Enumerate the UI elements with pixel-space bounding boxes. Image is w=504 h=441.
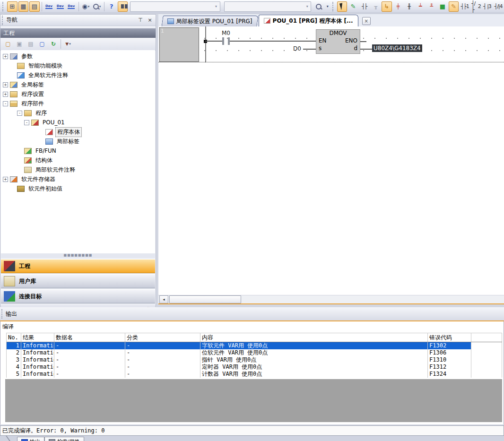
tree-item-local-label[interactable]: 局部标签: [1, 137, 155, 146]
nav-button-user-library[interactable]: 用户库: [1, 274, 155, 288]
work-window-button[interactable]: ▤: [29, 1, 40, 12]
monitor-mode-button[interactable]: ╥: [370, 1, 381, 12]
tree-item-parameters[interactable]: +参数: [1, 52, 155, 61]
tree-item-pou[interactable]: -程序部件: [1, 99, 155, 108]
read-mode-button[interactable]: ┤├: [359, 1, 370, 12]
tab-program-body[interactable]: POU_01 [PRG] 程序本体 [...: [259, 15, 358, 26]
tree-item-fb-fun[interactable]: FB/FUN: [1, 146, 155, 156]
toolbar-grip[interactable]: [2, 2, 5, 11]
tree-item-program-body[interactable]: 程序本体: [1, 127, 155, 137]
tab-close-button[interactable]: ×: [362, 17, 371, 25]
tab-local-label-setting[interactable]: 局部标签设置 POU_01 [PRG]: [161, 16, 258, 26]
find-button[interactable]: [118, 1, 128, 12]
wire-mode-button[interactable]: ↳: [382, 1, 392, 12]
open-contact-symbol[interactable]: [228, 37, 230, 45]
col-error-code[interactable]: 错误代码: [428, 333, 471, 342]
close-branch-button[interactable]: ┤/|4: [493, 1, 504, 12]
expand-icon[interactable]: -: [3, 101, 8, 106]
tree-item-intelligent-module[interactable]: 智能功能模块: [1, 61, 155, 70]
tree-item-global-label[interactable]: +全局标签: [1, 80, 155, 89]
tree-item-local-device-comment[interactable]: 局部软元件注释: [1, 165, 155, 174]
tree-item-program[interactable]: -程序: [1, 108, 155, 118]
document-find-button[interactable]: [313, 1, 324, 12]
destination-operand-selected[interactable]: U80Z4\G4183Z4: [372, 44, 422, 52]
expand-icon[interactable]: +: [3, 92, 8, 97]
device-find-button[interactable]: ▾: [92, 1, 102, 12]
device-memory-button[interactable]: Dev: [55, 1, 65, 12]
expand-icon[interactable]: +: [3, 54, 8, 59]
tree-item-device-initial[interactable]: 软元件初始值: [1, 184, 155, 193]
function-block-dmov[interactable]: DMOV ENENO sd: [316, 29, 360, 54]
select-mode-button[interactable]: [337, 1, 348, 12]
scroll-left-button[interactable]: ◂: [159, 295, 168, 303]
nav-button-project[interactable]: 工程: [1, 259, 155, 273]
col-content[interactable]: 内容: [200, 333, 428, 342]
statement-edit-button[interactable]: ✎: [449, 1, 459, 12]
device-comment-button[interactable]: Dev: [44, 1, 54, 12]
col-category[interactable]: 分类: [125, 333, 200, 342]
ladder-editor[interactable]: 1 M0 DMOV ENENO sd D0 U80Z4\G4183Z4: [158, 26, 504, 294]
device-comment-edit-button[interactable]: ■: [437, 1, 448, 12]
insert-vline-button[interactable]: ╫: [404, 1, 414, 12]
close-contact-button[interactable]: ┤/├2: [471, 1, 481, 12]
tree-item-device-memory[interactable]: +软元件存储器: [1, 174, 155, 184]
panel-splitter[interactable]: ■■■■■■■■: [1, 253, 155, 258]
search-combo-2[interactable]: ▾: [224, 1, 312, 12]
col-result[interactable]: 结果: [21, 333, 54, 342]
dock-tab-find-replace[interactable]: 检索/替换: [44, 437, 84, 441]
paste-button[interactable]: ▤: [26, 39, 36, 49]
sort-filter-button[interactable]: ▼▾: [63, 39, 73, 49]
expand-icon[interactable]: -: [17, 111, 22, 116]
table-row[interactable]: 1 Information - - 字软元件 VAR用 使用0点 F1302: [7, 342, 502, 349]
new-data-button[interactable]: ▢: [3, 39, 13, 49]
edit-mode-button[interactable]: ✎: [348, 1, 358, 12]
dock-tab-output[interactable]: 输出: [17, 437, 44, 441]
panel-grip[interactable]: [2, 16, 5, 25]
search-combo-1[interactable]: ▾: [130, 1, 220, 12]
table-row[interactable]: 3 Information - - 指针 VAR用 使用0点 F1310: [7, 356, 502, 363]
combo-arrow-icon[interactable]: ▾: [213, 2, 220, 11]
table-row[interactable]: 4 Information - - 定时器 VAR用 使用0点 F1312: [7, 363, 502, 371]
navigation-panel: 导航 ⊤ × 工程 ▢ ▣ ▤ ▢ ↻ ▼▾ +参数 智能功能模块 全局软元件注…: [0, 14, 156, 306]
source-operand[interactable]: D0: [293, 45, 301, 52]
delete-line-button[interactable]: ┷: [415, 1, 426, 12]
tree-item-pou01[interactable]: -POU_01: [1, 118, 155, 127]
refresh-button[interactable]: ↻: [48, 39, 59, 49]
combo-arrow-icon[interactable]: ▾: [304, 2, 311, 11]
horizontal-scrollbar[interactable]: ◂: [158, 295, 504, 303]
table-row[interactable]: 5 Information - - 计数器 VAR用 使用0点 F1324: [7, 371, 502, 378]
expand-icon[interactable]: +: [3, 82, 8, 87]
device-setting-button[interactable]: Dev: [66, 1, 77, 12]
module-config-button[interactable]: ▦: [18, 1, 29, 12]
insert-line-button[interactable]: ╪: [393, 1, 403, 12]
close-icon[interactable]: ×: [146, 17, 154, 24]
tree-item-global-device-comment[interactable]: 全局软元件注释: [1, 70, 155, 80]
search-combo-2-input[interactable]: [225, 2, 304, 11]
toolbar-overflow-button[interactable]: ▾: [325, 1, 330, 12]
copy-button[interactable]: ▣: [14, 39, 25, 49]
help-button[interactable]: ?: [106, 1, 117, 12]
col-no[interactable]: No.: [7, 333, 21, 342]
panel-grip[interactable]: [1, 309, 4, 319]
tree-item-program-setting[interactable]: +程序设置: [1, 89, 155, 99]
col-data-name[interactable]: 数据名: [54, 333, 125, 342]
rung-step-box[interactable]: 1: [159, 27, 199, 62]
project-view-button[interactable]: ⊞: [7, 1, 17, 12]
toolbar-grip[interactable]: [332, 2, 335, 11]
copy-icon: ▣: [17, 41, 22, 47]
search-combo-1-input[interactable]: [130, 2, 212, 11]
open-contact-button[interactable]: ┤├1: [460, 1, 470, 12]
expand-icon[interactable]: -: [24, 120, 29, 125]
delete-vline-button[interactable]: ╨: [426, 1, 437, 12]
tree-item-structure[interactable]: 结构体: [1, 156, 155, 165]
pin-icon[interactable]: ⊤: [137, 17, 144, 24]
data-info-button[interactable]: ▢: [37, 39, 47, 49]
contact-label[interactable]: M0: [219, 30, 233, 36]
nav-button-connection[interactable]: 连接目标: [1, 289, 155, 303]
scrollbar-thumb[interactable]: [169, 295, 241, 303]
open-branch-button[interactable]: ┤ |3: [482, 1, 493, 12]
open-contact-symbol[interactable]: [222, 37, 224, 45]
table-row[interactable]: 2 Information - - 位软元件 VAR用 使用0点 F1306: [7, 349, 502, 356]
device-monitor-button[interactable]: ◉▾: [81, 1, 91, 12]
expand-icon[interactable]: +: [3, 177, 8, 182]
